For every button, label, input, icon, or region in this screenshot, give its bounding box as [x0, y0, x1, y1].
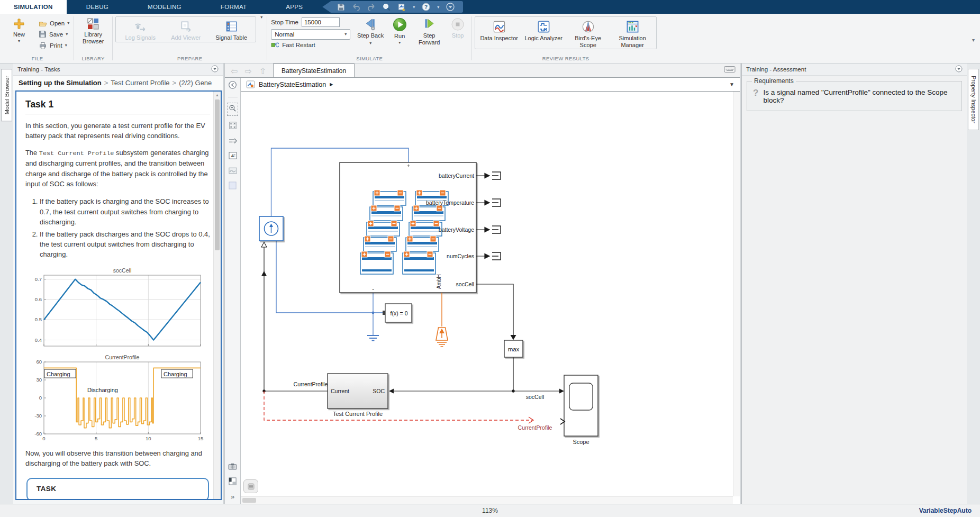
canvas-horizontal-scrollbar[interactable]: [241, 496, 733, 504]
solver-status[interactable]: VariableStepAuto: [919, 507, 972, 514]
breadcrumb-expand-icon[interactable]: ▶: [330, 82, 333, 87]
model-breadcrumb-item[interactable]: BatteryStateEstimation: [259, 81, 326, 88]
canvas-vertical-scrollbar[interactable]: [733, 92, 740, 496]
thermal-wire[interactable]: [436, 293, 448, 347]
prepare-gallery-dropdown-icon[interactable]: ▾: [259, 15, 264, 20]
library-browser-button[interactable]: Library Browser: [77, 15, 110, 44]
requirement-item[interactable]: ? Is a signal named "CurrentProfile" con…: [752, 86, 957, 104]
forward-icon[interactable]: ⇨: [241, 65, 256, 77]
tasks-panel-menu-icon[interactable]: [211, 65, 219, 74]
currentprofile-wire[interactable]: CurrentProfile: [262, 381, 328, 393]
annotation-tool-icon[interactable]: A: [229, 152, 237, 161]
currentprofile-wire-label[interactable]: CurrentProfile: [294, 381, 328, 387]
pending-wire-label[interactable]: CurrentProfile: [518, 424, 552, 431]
zoom-level: 113%: [482, 507, 498, 514]
block-diagram[interactable]: + - batteryCurrent batteryTemperature ba…: [241, 92, 728, 488]
toolstrip-tab-bar: SIMULATION DEBUG MODELING FORMAT APPS ▾ …: [0, 0, 980, 14]
tab-modeling[interactable]: MODELING: [128, 0, 201, 14]
hide-explorer-bar-icon[interactable]: [228, 80, 237, 92]
test-current-profile-block[interactable]: Current SOC Test Current Profile: [328, 374, 388, 417]
toolstrip-options-icon[interactable]: [446, 3, 455, 11]
zoom-in-tool-icon[interactable]: [227, 103, 238, 116]
stop-time-label: Stop Time: [271, 19, 298, 25]
tab-apps[interactable]: APPS: [266, 0, 322, 14]
layout-panes-icon[interactable]: [229, 477, 237, 487]
up-to-parent-icon[interactable]: ⇧: [256, 65, 270, 77]
run-button[interactable]: Run ▾: [387, 15, 412, 45]
search-icon[interactable]: [383, 3, 391, 11]
ribbon-collapse-icon[interactable]: ▾: [972, 37, 975, 43]
help-icon[interactable]: ?: [422, 3, 430, 11]
stop-time-input[interactable]: [302, 17, 340, 27]
fast-restart-toggle[interactable]: Fast Restart: [271, 42, 351, 48]
scrollbar-thumb[interactable]: [215, 99, 220, 250]
save-icon[interactable]: [337, 3, 345, 11]
scope-block[interactable]: Scope: [560, 375, 598, 445]
soccell-wire-label[interactable]: socCell: [526, 394, 544, 400]
step-back-button[interactable]: Step Back ▾: [356, 15, 385, 46]
output-signal-terminators[interactable]: [476, 172, 501, 260]
keyboard-shortcuts-icon[interactable]: [724, 66, 736, 75]
breadcrumb-section[interactable]: Setting up the Simulation: [19, 79, 102, 87]
logic-analyzer-label: Logic Analyzer: [524, 35, 562, 42]
open-dropdown-icon[interactable]: ▾: [67, 21, 69, 25]
simulation-mode-select[interactable]: Normal ▾: [271, 29, 350, 40]
print-button[interactable]: Print ▾: [37, 40, 71, 50]
assessment-panel-menu-icon[interactable]: [955, 65, 963, 74]
open-button[interactable]: Open ▾: [37, 18, 71, 28]
model-tab[interactable]: BatteryStateEstimation: [273, 64, 355, 77]
tasks-scrollbar[interactable]: ▲: [213, 92, 221, 499]
right-rail: Property Inspector: [967, 64, 980, 504]
solver-block-label: f(x) = 0: [391, 310, 408, 316]
favorites-dropdown-icon[interactable]: ▾: [413, 5, 415, 10]
birds-eye-scope-button[interactable]: Bird's-Eye Scope: [566, 17, 610, 48]
signal-table-button[interactable]: Signal Table: [208, 17, 254, 41]
add-to-favorites-icon[interactable]: [397, 3, 406, 11]
image-annotation-icon[interactable]: [229, 167, 237, 176]
redo-icon[interactable]: [367, 3, 376, 11]
step-forward-button[interactable]: Step Forward: [414, 15, 444, 46]
tab-simulation[interactable]: SIMULATION: [0, 0, 67, 14]
stop-button: Stop: [447, 15, 469, 39]
save-button[interactable]: Save ▾: [37, 29, 71, 39]
fit-to-view-icon[interactable]: [229, 121, 237, 132]
simulation-manager-button[interactable]: Simulation Manager: [610, 17, 655, 48]
property-inspector-tab[interactable]: Property Inspector: [968, 69, 979, 130]
help-dropdown-icon[interactable]: ▾: [437, 5, 439, 10]
model-browser-tab[interactable]: Model Browser: [1, 69, 12, 121]
print-dropdown-icon[interactable]: ▾: [65, 43, 67, 48]
data-inspector-button[interactable]: Data Inspector: [477, 17, 521, 48]
save-dropdown-icon[interactable]: ▾: [66, 32, 68, 37]
back-icon[interactable]: ⇦: [227, 65, 241, 77]
signal-routing-icon[interactable]: [228, 137, 237, 147]
breadcrumb-dropdown-icon[interactable]: ▼: [729, 81, 734, 87]
expand-toolbar-icon[interactable]: »: [231, 493, 234, 501]
current-source-block[interactable]: [259, 216, 283, 241]
svg-text:Discharging: Discharging: [87, 386, 118, 393]
scroll-up-icon[interactable]: ▲: [214, 92, 221, 98]
tab-format[interactable]: FORMAT: [201, 0, 267, 14]
screenshot-icon[interactable]: [228, 462, 237, 472]
pending-connection-wire[interactable]: CurrentProfile: [264, 391, 552, 431]
area-tool-icon[interactable]: [229, 182, 237, 192]
max-block[interactable]: max: [504, 340, 523, 357]
tcp-block-name[interactable]: Test Current Profile: [333, 411, 383, 417]
signal-wire-current[interactable]: [261, 242, 267, 392]
model-canvas[interactable]: BatteryStateEstimation ▶ ▼: [241, 78, 740, 504]
soccell-wires[interactable]: [389, 284, 564, 394]
solver-configuration-block[interactable]: f(x) = 0: [383, 304, 412, 322]
battery-subsystem-block[interactable]: + - batteryCurrent batteryTemperature ba…: [340, 162, 476, 293]
undo-icon[interactable]: [352, 3, 360, 11]
temperature-source-icon[interactable]: [436, 328, 448, 347]
new-dropdown-icon[interactable]: ▾: [18, 39, 20, 43]
breadcrumb-subsection[interactable]: Test Current Profile: [111, 79, 169, 87]
run-dropdown-icon[interactable]: ▾: [398, 41, 401, 45]
variant-badge-button[interactable]: [243, 479, 258, 493]
logic-analyzer-button[interactable]: Logic Analyzer: [521, 17, 566, 48]
new-button[interactable]: New ▾: [4, 15, 34, 43]
tab-debug[interactable]: DEBUG: [67, 0, 128, 14]
scope-block-name[interactable]: Scope: [573, 439, 589, 445]
breadcrumb-page[interactable]: (2/2) Gene: [179, 79, 212, 87]
ground-icon[interactable]: [367, 335, 379, 341]
tasks-breadcrumb[interactable]: Setting up the Simulation > Test Current…: [13, 76, 223, 90]
